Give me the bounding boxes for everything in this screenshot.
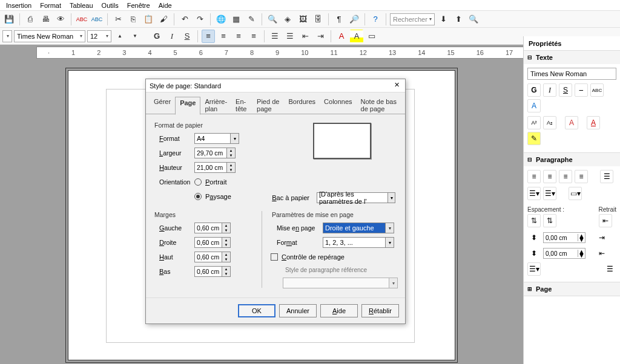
- margin-right-spinner[interactable]: ▲▼: [222, 237, 231, 248]
- margin-top-input[interactable]: [194, 252, 222, 262]
- tab-page[interactable]: Page: [175, 97, 200, 115]
- sidebar-align-center[interactable]: ≡: [543, 170, 556, 183]
- reset-button[interactable]: Rétablir: [361, 304, 399, 317]
- dialog-close-button[interactable]: ✕: [392, 81, 401, 91]
- sidebar-shrink[interactable]: A: [565, 116, 578, 129]
- format-combo[interactable]: A4▾: [194, 133, 239, 144]
- redo-icon[interactable]: ↷: [193, 13, 206, 26]
- sidebar-super[interactable]: A²: [527, 116, 541, 129]
- font-name-combo[interactable]: Times New Roman▾: [14, 30, 85, 42]
- menu-insertion[interactable]: Insertion: [2, 1, 35, 10]
- sidebar-abc[interactable]: ABC: [590, 83, 604, 97]
- cut-icon[interactable]: ✂: [111, 13, 125, 26]
- find-replace-icon[interactable]: 🔍: [467, 13, 480, 26]
- align-left-button[interactable]: ≡: [202, 30, 215, 43]
- clone-format-icon[interactable]: 🖌: [157, 13, 170, 26]
- align-justify-button[interactable]: ≡: [247, 30, 260, 43]
- paste-icon[interactable]: 📋: [142, 13, 155, 26]
- margin-top-spinner[interactable]: ▲▼: [222, 252, 231, 262]
- sidebar-fontcolor[interactable]: A: [587, 116, 600, 129]
- tab-gerer[interactable]: Gérer: [150, 96, 175, 114]
- underline-button[interactable]: S: [180, 30, 194, 43]
- sidebar-font-name[interactable]: Times New Roman: [527, 68, 616, 80]
- font-grow-icon[interactable]: ▲: [113, 30, 127, 43]
- sidebar-linespacing[interactable]: ☰▾: [527, 262, 541, 276]
- find-prev-icon[interactable]: ⬇: [437, 13, 450, 26]
- italic-button[interactable]: I: [165, 30, 179, 43]
- sidebar-bgcolor[interactable]: ▭▾: [569, 187, 582, 200]
- height-input[interactable]: [194, 162, 227, 173]
- preview-icon[interactable]: 👁: [54, 13, 67, 26]
- datasource-icon[interactable]: 🗄: [311, 13, 325, 26]
- font-size-combo[interactable]: 12▾: [87, 30, 111, 42]
- margin-left-spinner[interactable]: ▲▼: [222, 223, 231, 233]
- sidebar-align-justify[interactable]: ≡: [575, 170, 588, 183]
- sidebar-char-transform[interactable]: A: [527, 99, 541, 112]
- bold-button[interactable]: G: [150, 30, 163, 43]
- sidebar-italic[interactable]: I: [543, 83, 556, 97]
- export-pdf-icon[interactable]: ⎙: [24, 13, 37, 26]
- indent-dec-button[interactable]: ⇤: [298, 30, 312, 43]
- sidebar-section-text[interactable]: ⊟Texte: [524, 51, 620, 64]
- sidebar-numbering[interactable]: ☰▾: [543, 187, 556, 200]
- numbering-button[interactable]: ☰: [268, 30, 282, 43]
- cancel-button[interactable]: Annuler: [279, 304, 317, 317]
- height-spinner[interactable]: ▲▼: [227, 162, 236, 173]
- register-check[interactable]: [271, 253, 278, 261]
- portrait-radio[interactable]: [194, 178, 202, 186]
- sidebar-align-right[interactable]: ≡: [559, 170, 572, 183]
- find-next-icon[interactable]: ⬆: [452, 13, 465, 26]
- table-icon[interactable]: ▦: [229, 13, 243, 26]
- sidebar-sub[interactable]: A₂: [543, 116, 556, 129]
- width-input[interactable]: [194, 148, 227, 158]
- tab-bordures[interactable]: Bordures: [284, 96, 320, 114]
- menu-aide[interactable]: Aide: [155, 1, 176, 10]
- sidebar-section-paragraph[interactable]: ⊟Paragraphe: [524, 153, 620, 166]
- sidebar-highlight[interactable]: ✎: [527, 132, 541, 145]
- menu-outils[interactable]: Outils: [98, 1, 122, 10]
- sidebar-below-spin[interactable]: ▲▼: [543, 248, 585, 259]
- sidebar-bullets[interactable]: ☰▾: [527, 187, 541, 200]
- sidebar-indent-l[interactable]: ⇤: [599, 214, 612, 227]
- copy-icon[interactable]: ⎘: [127, 13, 140, 26]
- help-button[interactable]: Aide: [320, 304, 358, 317]
- font-color-button[interactable]: A: [335, 30, 348, 43]
- menu-fenetre[interactable]: Fenêtre: [124, 1, 154, 10]
- save-icon[interactable]: 💾: [2, 13, 16, 26]
- sidebar-space-inc[interactable]: ⇅: [527, 214, 541, 227]
- sidebar-align-left[interactable]: ≡: [527, 170, 541, 183]
- margin-left-input[interactable]: [194, 223, 222, 233]
- style-combo[interactable]: ▾: [2, 30, 12, 42]
- auto-spell-icon[interactable]: ABC: [90, 13, 104, 26]
- tab-entete[interactable]: En-tête: [231, 96, 252, 114]
- menu-format[interactable]: Format: [36, 1, 65, 10]
- hyperlink-icon[interactable]: 🌐: [214, 13, 228, 26]
- find-icon[interactable]: 🔍: [266, 13, 279, 26]
- undo-icon[interactable]: ↶: [178, 13, 191, 26]
- bgcolor-button[interactable]: ▭: [365, 30, 378, 43]
- search-box[interactable]: Rechercher▾: [390, 13, 435, 25]
- menu-tableau[interactable]: Tableau: [66, 1, 97, 10]
- sidebar-bold[interactable]: G: [527, 83, 541, 97]
- tab-pied[interactable]: Pied de page: [252, 96, 284, 114]
- width-spinner[interactable]: ▲▼: [227, 148, 236, 158]
- tray-combo[interactable]: [D'après les paramètres de l'▾: [317, 192, 395, 203]
- zoom-icon[interactable]: 🔎: [348, 13, 361, 26]
- nonprinting-icon[interactable]: ¶: [332, 13, 346, 26]
- ok-button[interactable]: OK: [238, 304, 275, 317]
- sidebar-underline[interactable]: S: [559, 83, 572, 97]
- align-right-button[interactable]: ≡: [232, 30, 245, 43]
- highlight-button[interactable]: A: [350, 30, 363, 43]
- horizontal-ruler[interactable]: ·123456789101112131415161718: [36, 47, 584, 59]
- bullets-button[interactable]: ☰: [283, 30, 297, 43]
- sidebar-strike[interactable]: ‒: [575, 83, 588, 97]
- page-layout-combo[interactable]: Droite et gauche▾: [323, 223, 394, 233]
- tab-colonnes[interactable]: Colonnes: [320, 96, 356, 114]
- help-icon[interactable]: ?: [369, 13, 382, 26]
- gallery-icon[interactable]: 🖼: [296, 13, 309, 26]
- landscape-radio[interactable]: [194, 193, 202, 200]
- print-icon[interactable]: 🖶: [39, 13, 52, 26]
- tab-arriere-plan[interactable]: Arrière-plan: [200, 96, 231, 114]
- spellcheck-icon[interactable]: ABC: [75, 13, 88, 26]
- number-format-combo[interactable]: 1, 2, 3, ...▾: [323, 237, 394, 248]
